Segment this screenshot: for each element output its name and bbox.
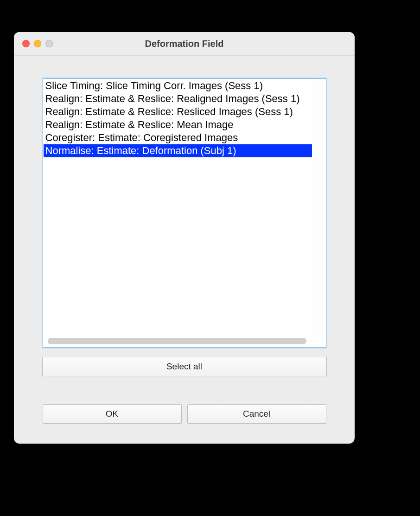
window-controls [22,40,53,47]
vertical-scroll-gutter [312,79,325,335]
close-icon[interactable] [22,40,30,47]
horizontal-scrollbar[interactable] [48,338,306,344]
minimize-icon[interactable] [34,40,41,47]
list-item[interactable]: Realign: Estimate & Reslice: Mean Image [44,118,312,131]
list-item[interactable]: Realign: Estimate & Reslice: Realigned I… [44,92,312,105]
list-item[interactable]: Coregister: Estimate: Coregistered Image… [44,131,312,144]
select-all-button[interactable]: Select all [42,357,327,376]
listbox-viewport: Slice Timing: Slice Timing Corr. Images … [44,79,312,335]
cancel-button[interactable]: Cancel [187,404,326,424]
ok-button[interactable]: OK [43,404,182,424]
dependency-listbox[interactable]: Slice Timing: Slice Timing Corr. Images … [43,78,326,348]
dialog-window: Deformation Field Slice Timing: Slice Ti… [14,32,355,444]
zoom-icon [45,40,53,47]
dialog-content: Slice Timing: Slice Timing Corr. Images … [14,55,355,444]
list-item[interactable]: Slice Timing: Slice Timing Corr. Images … [44,79,312,92]
list-item[interactable]: Realign: Estimate & Reslice: Resliced Im… [44,105,312,118]
list-item[interactable]: Normalise: Estimate: Deformation (Subj 1… [44,144,312,157]
dialog-button-row: OK Cancel [43,404,326,424]
window-title: Deformation Field [14,39,355,49]
titlebar: Deformation Field [14,32,355,56]
